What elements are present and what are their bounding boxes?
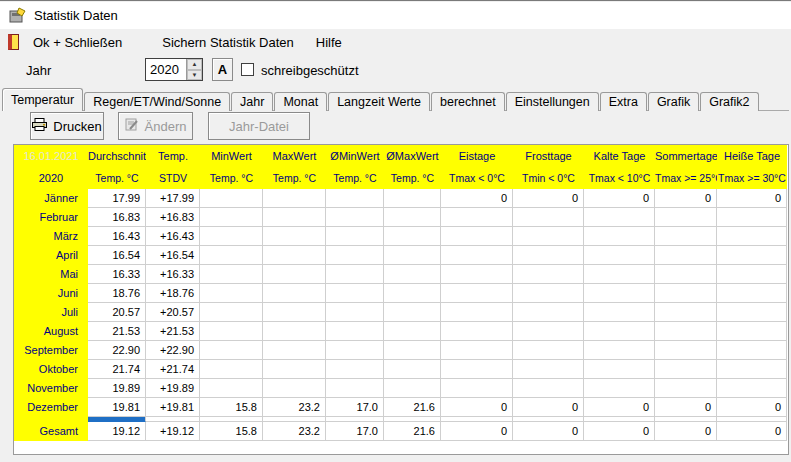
table-cell[interactable] bbox=[584, 303, 655, 322]
row-header-cell[interactable]: Oktober bbox=[14, 360, 88, 379]
table-cell[interactable] bbox=[584, 322, 655, 341]
total-table-cell[interactable]: +19.12 bbox=[146, 422, 200, 441]
table-cell[interactable] bbox=[263, 284, 326, 303]
table-cell[interactable] bbox=[717, 227, 787, 246]
row-header-cell[interactable]: Mai bbox=[14, 265, 88, 284]
tab-einstellungen[interactable]: Einstellungen bbox=[506, 92, 599, 111]
table-cell[interactable] bbox=[326, 284, 384, 303]
table-cell[interactable] bbox=[655, 303, 717, 322]
table-cell[interactable]: 21.6 bbox=[384, 398, 441, 417]
table-cell[interactable] bbox=[513, 360, 584, 379]
table-cell[interactable] bbox=[200, 265, 263, 284]
total-table-cell[interactable]: 21.6 bbox=[384, 422, 441, 441]
table-cell[interactable] bbox=[326, 303, 384, 322]
table-cell[interactable] bbox=[513, 208, 584, 227]
table-cell[interactable] bbox=[263, 189, 326, 208]
tab-langzeit-werte[interactable]: Langzeit Werte bbox=[328, 92, 430, 111]
table-cell[interactable] bbox=[326, 341, 384, 360]
table-cell[interactable]: 0 bbox=[655, 189, 717, 208]
table-cell[interactable] bbox=[513, 341, 584, 360]
table-cell[interactable] bbox=[200, 341, 263, 360]
table-cell[interactable] bbox=[584, 246, 655, 265]
table-cell[interactable]: 21.74 bbox=[88, 360, 146, 379]
total-table-cell[interactable]: 0 bbox=[513, 422, 584, 441]
spin-up-icon[interactable]: ▲ bbox=[187, 59, 202, 70]
table-cell[interactable]: 0 bbox=[441, 189, 513, 208]
table-cell[interactable]: 17.0 bbox=[326, 398, 384, 417]
table-cell[interactable] bbox=[200, 322, 263, 341]
total-table-cell[interactable]: 0 bbox=[717, 422, 787, 441]
table-cell[interactable] bbox=[584, 265, 655, 284]
table-cell[interactable] bbox=[326, 265, 384, 284]
table-cell[interactable]: 16.54 bbox=[88, 246, 146, 265]
row-header-cell[interactable]: Februar bbox=[14, 208, 88, 227]
table-cell[interactable]: +21.74 bbox=[146, 360, 200, 379]
table-cell[interactable]: 16.33 bbox=[88, 265, 146, 284]
table-cell[interactable] bbox=[717, 208, 787, 227]
table-cell[interactable] bbox=[263, 265, 326, 284]
table-cell[interactable] bbox=[513, 265, 584, 284]
table-cell[interactable] bbox=[717, 341, 787, 360]
total-table-cell[interactable]: 0 bbox=[584, 422, 655, 441]
table-cell[interactable]: 0 bbox=[584, 189, 655, 208]
table-cell[interactable]: +16.54 bbox=[146, 246, 200, 265]
table-cell[interactable] bbox=[655, 341, 717, 360]
table-cell[interactable] bbox=[326, 189, 384, 208]
total-row-header-cell[interactable]: Gesamt bbox=[14, 422, 88, 441]
menu-ok-close[interactable]: Ok + Schließen bbox=[25, 32, 130, 53]
table-cell[interactable] bbox=[655, 208, 717, 227]
table-cell[interactable] bbox=[441, 322, 513, 341]
table-cell[interactable]: +18.76 bbox=[146, 284, 200, 303]
table-cell[interactable] bbox=[384, 265, 441, 284]
table-cell[interactable] bbox=[263, 227, 326, 246]
table-cell[interactable] bbox=[263, 360, 326, 379]
table-cell[interactable]: 22.90 bbox=[88, 341, 146, 360]
table-cell[interactable] bbox=[655, 227, 717, 246]
year-input[interactable]: 2020 bbox=[146, 59, 186, 80]
table-cell[interactable]: +17.99 bbox=[146, 189, 200, 208]
total-table-cell[interactable]: 0 bbox=[655, 422, 717, 441]
table-cell[interactable] bbox=[513, 284, 584, 303]
table-cell[interactable] bbox=[584, 284, 655, 303]
table-cell[interactable] bbox=[441, 379, 513, 398]
table-cell[interactable] bbox=[441, 246, 513, 265]
tab-grafik[interactable]: Grafik bbox=[648, 92, 699, 111]
table-cell[interactable] bbox=[513, 303, 584, 322]
table-cell[interactable]: 0 bbox=[513, 189, 584, 208]
table-cell[interactable] bbox=[717, 284, 787, 303]
table-cell[interactable] bbox=[263, 303, 326, 322]
table-cell[interactable] bbox=[263, 322, 326, 341]
table-cell[interactable]: 0 bbox=[655, 398, 717, 417]
table-cell[interactable] bbox=[326, 246, 384, 265]
table-cell[interactable] bbox=[441, 341, 513, 360]
table-cell[interactable] bbox=[513, 246, 584, 265]
table-cell[interactable] bbox=[717, 246, 787, 265]
tab-extra[interactable]: Extra bbox=[600, 92, 647, 111]
table-cell[interactable] bbox=[513, 322, 584, 341]
year-file-button[interactable]: Jahr-Datei bbox=[208, 112, 310, 140]
table-cell[interactable]: 0 bbox=[584, 398, 655, 417]
table-cell[interactable]: 23.2 bbox=[263, 398, 326, 417]
table-cell[interactable] bbox=[441, 360, 513, 379]
row-header-cell[interactable]: Jänner bbox=[14, 189, 88, 208]
table-cell[interactable] bbox=[326, 208, 384, 227]
table-cell[interactable] bbox=[655, 284, 717, 303]
row-header-cell[interactable]: Juni bbox=[14, 284, 88, 303]
menu-save-statistics[interactable]: Sichern Statistik Daten bbox=[154, 32, 302, 53]
table-cell[interactable] bbox=[200, 303, 263, 322]
row-header-cell[interactable]: August bbox=[14, 322, 88, 341]
total-table-cell[interactable]: 0 bbox=[441, 422, 513, 441]
table-cell[interactable] bbox=[384, 284, 441, 303]
table-cell[interactable]: +16.43 bbox=[146, 227, 200, 246]
readonly-checkbox[interactable] bbox=[241, 63, 254, 76]
table-cell[interactable] bbox=[441, 265, 513, 284]
table-cell[interactable] bbox=[584, 341, 655, 360]
total-table-cell[interactable]: 15.8 bbox=[200, 422, 263, 441]
table-cell[interactable] bbox=[263, 341, 326, 360]
table-cell[interactable] bbox=[200, 208, 263, 227]
row-header-cell[interactable]: November bbox=[14, 379, 88, 398]
table-cell[interactable]: 0 bbox=[717, 398, 787, 417]
table-cell[interactable] bbox=[384, 379, 441, 398]
table-cell[interactable]: 0 bbox=[513, 398, 584, 417]
table-cell[interactable] bbox=[441, 303, 513, 322]
